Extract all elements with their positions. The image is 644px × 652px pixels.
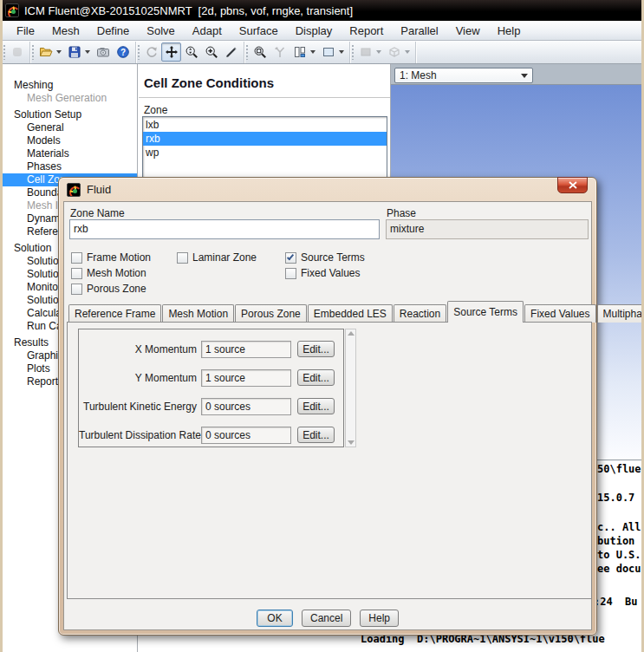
console-line: 15.0.7 xyxy=(597,492,634,504)
ok-button[interactable]: OK xyxy=(257,610,293,627)
menu-view[interactable]: View xyxy=(448,23,488,39)
save-dropdown-icon[interactable] xyxy=(85,50,90,54)
y-momentum-edit-button[interactable]: Edit... xyxy=(297,369,335,386)
source-terms-checkbox[interactable]: Source Terms xyxy=(285,251,365,264)
tab-embedded-les[interactable]: Embedded LES xyxy=(308,304,393,323)
zone-list-item-selected[interactable]: rxb xyxy=(143,132,387,146)
window-title: ICM Fluent@XB-20151025NMRT [2d, pbns, vo… xyxy=(24,4,353,17)
zone-list-item[interactable]: lxb xyxy=(143,118,387,132)
console-line: 50\flue xyxy=(597,463,641,475)
zone-name-label: Zone Name xyxy=(70,207,125,219)
frame-motion-label: Frame Motion xyxy=(87,251,151,264)
toolbar: ? xyxy=(0,41,644,64)
graphics-view-selector-value: 1: Mesh xyxy=(400,69,521,82)
zoom-in-icon xyxy=(205,45,218,59)
checkbox-icon[interactable] xyxy=(285,252,296,264)
tab-reference-frame[interactable]: Reference Frame xyxy=(68,304,161,323)
turbulent-kinetic-energy-edit-button[interactable]: Edit... xyxy=(297,398,335,414)
x-momentum-row: X Momentum 1 source Edit... xyxy=(79,335,343,363)
tree-item-materials[interactable]: Materials xyxy=(3,147,137,160)
close-button[interactable] xyxy=(557,177,588,193)
tree-item-phases[interactable]: Phases xyxy=(3,160,137,173)
tab-multiphase[interactable]: Multiphase xyxy=(597,304,644,323)
menu-surface[interactable]: Surface xyxy=(231,23,286,39)
zoom-box-icon xyxy=(253,45,267,59)
tab-porous-zone[interactable]: Porous Zone xyxy=(235,304,307,323)
phase-value: mixture xyxy=(386,219,589,239)
toolbar-group-view xyxy=(136,42,244,63)
porous-zone-checkbox[interactable]: Porous Zone xyxy=(71,283,146,295)
console-line: c.. All xyxy=(597,521,641,533)
fixed-values-label: Fixed Values xyxy=(301,267,360,279)
layout-columns-button[interactable] xyxy=(289,42,309,62)
graphics-view-selector[interactable]: 1: Mesh xyxy=(394,68,533,83)
source-terms-label: Source Terms xyxy=(301,251,365,264)
tree-header-meshing[interactable]: Meshing xyxy=(3,79,137,92)
turbulent-dissipation-rate-edit-button[interactable]: Edit... xyxy=(297,427,335,443)
fluid-dialog-titlebar[interactable]: Fluid xyxy=(59,178,596,201)
frame-motion-checkbox[interactable]: Frame Motion xyxy=(71,251,151,264)
save-button[interactable] xyxy=(64,42,84,62)
layout-columns-icon xyxy=(293,45,307,59)
zone-list-item[interactable]: wp xyxy=(143,146,387,160)
zoom-in-button[interactable] xyxy=(201,42,221,62)
viewport-dropdown-icon[interactable] xyxy=(339,50,344,54)
tab-mesh-motion[interactable]: Mesh Motion xyxy=(162,304,234,323)
mesh-motion-label: Mesh Motion xyxy=(87,267,146,279)
source-terms-tab-panel: X Momentum 1 source Edit... Y Momentum 1… xyxy=(67,322,592,599)
tree-item-models[interactable]: Models xyxy=(3,134,137,147)
cancel-button[interactable]: Cancel xyxy=(302,610,351,627)
menu-adapt[interactable]: Adapt xyxy=(185,23,230,39)
open-file-button[interactable] xyxy=(36,42,55,62)
chevron-down-icon xyxy=(521,74,528,78)
checkbox-icon[interactable] xyxy=(285,268,296,279)
tree-item-general[interactable]: General xyxy=(3,121,137,134)
zoom-box-button[interactable] xyxy=(250,42,270,62)
checkbox-icon[interactable] xyxy=(71,268,82,279)
blank-tool-button xyxy=(7,42,27,62)
tree-header-solution-setup[interactable]: Solution Setup xyxy=(3,108,137,121)
console-line: bution xyxy=(597,535,634,547)
toolbar-group-select xyxy=(244,42,350,63)
x-momentum-edit-button[interactable]: Edit... xyxy=(297,341,335,357)
mesh-motion-checkbox[interactable]: Mesh Motion xyxy=(71,267,146,279)
fixed-values-checkbox[interactable]: Fixed Values xyxy=(285,267,360,279)
scroll-down-icon[interactable] xyxy=(348,440,355,445)
scroll-up-icon[interactable] xyxy=(348,331,355,336)
menu-file[interactable]: File xyxy=(9,23,42,39)
source-terms-scrollbar[interactable] xyxy=(345,329,356,447)
svg-text:?: ? xyxy=(120,48,125,57)
save-icon xyxy=(68,45,81,59)
pan-button[interactable] xyxy=(161,42,181,62)
menu-solve[interactable]: Solve xyxy=(139,23,183,39)
tab-fixed-values[interactable]: Fixed Values xyxy=(524,304,595,323)
menu-define[interactable]: Define xyxy=(89,23,138,39)
layout-dropdown-icon[interactable] xyxy=(310,50,315,54)
checkbox-icon[interactable] xyxy=(71,252,82,264)
tab-source-terms[interactable]: Source Terms xyxy=(447,301,524,323)
menu-help[interactable]: Help xyxy=(490,23,529,39)
dialog-tab-strip: Reference Frame Mesh Motion Porous Zone … xyxy=(68,301,644,323)
zoom-scale-icon xyxy=(185,45,198,59)
menu-report[interactable]: Report xyxy=(342,23,391,39)
snapshot-button[interactable] xyxy=(93,42,113,62)
checkbox-icon[interactable] xyxy=(177,252,188,264)
open-file-dropdown-icon[interactable] xyxy=(56,50,62,54)
viewport-rect-button[interactable] xyxy=(318,42,338,62)
tab-reaction[interactable]: Reaction xyxy=(394,304,446,323)
profile-tool-button xyxy=(270,42,289,62)
menu-mesh[interactable]: Mesh xyxy=(44,23,88,39)
menu-display[interactable]: Display xyxy=(288,23,341,39)
zone-name-input[interactable]: rxb xyxy=(69,219,380,239)
laminar-zone-checkbox[interactable]: Laminar Zone xyxy=(177,251,257,264)
console-line: to U.S. xyxy=(597,549,641,561)
toolbar-group-render xyxy=(350,42,416,63)
probe-button[interactable] xyxy=(221,42,241,62)
x-momentum-value: 1 source xyxy=(201,341,291,358)
menu-parallel[interactable]: Parallel xyxy=(393,23,446,39)
checkbox-icon[interactable] xyxy=(71,284,82,295)
help-button[interactable]: ? xyxy=(113,42,133,62)
help-button[interactable]: Help xyxy=(360,610,399,627)
zoom-scale-button[interactable] xyxy=(181,42,201,62)
y-momentum-row: Y Momentum 1 source Edit... xyxy=(79,363,343,392)
